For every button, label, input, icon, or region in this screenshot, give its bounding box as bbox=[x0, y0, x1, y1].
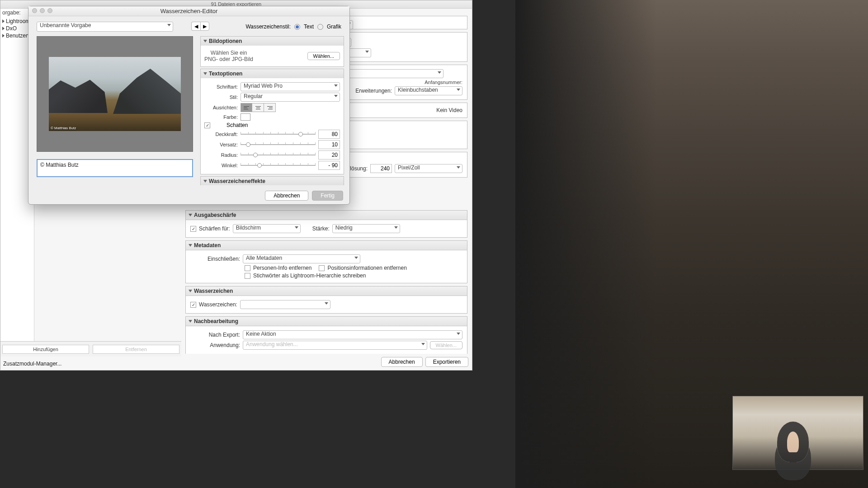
window-controls bbox=[32, 8, 52, 13]
preview-nav: ◀ ▶ bbox=[191, 22, 209, 31]
remove-person-checkbox[interactable] bbox=[245, 265, 250, 271]
add-preset-button[interactable]: Hinzufügen bbox=[2, 345, 89, 354]
align-center-button[interactable] bbox=[252, 103, 264, 112]
font-select[interactable]: Myriad Web Pro bbox=[241, 82, 340, 91]
close-icon[interactable] bbox=[32, 8, 37, 13]
align-left-button[interactable] bbox=[241, 103, 252, 112]
caret-down-icon bbox=[438, 71, 441, 74]
choose-image-button[interactable]: Wählen... bbox=[307, 52, 340, 60]
fontstyle-label: Stil: bbox=[204, 94, 238, 100]
mountain-shape bbox=[113, 69, 181, 114]
caret-down-icon bbox=[325, 302, 328, 305]
sharpen-checkbox[interactable] bbox=[190, 226, 196, 232]
opacity-slider[interactable] bbox=[241, 131, 316, 137]
zoom-icon[interactable] bbox=[47, 8, 52, 13]
sharpen-label: Schärfen für: bbox=[199, 225, 230, 232]
chevron-right-icon bbox=[2, 27, 5, 30]
panel-title: Nachbearbeitung bbox=[194, 318, 238, 324]
remove-location-checkbox[interactable] bbox=[319, 265, 325, 271]
align-center-icon bbox=[255, 106, 261, 109]
watermark-preset-select[interactable]: Unbenannte Vorgabe bbox=[37, 22, 173, 32]
webcam-overlay bbox=[732, 396, 863, 470]
section-title: Wasserzeicheneffekte bbox=[209, 178, 265, 184]
choose-app-button[interactable]: Wählen... bbox=[430, 341, 462, 349]
modal-title: Wasserzeichen-Editor bbox=[28, 6, 349, 16]
color-swatch[interactable] bbox=[241, 113, 250, 121]
resolution-input[interactable] bbox=[370, 164, 392, 173]
caret-down-icon bbox=[354, 257, 358, 259]
disclosure-icon[interactable] bbox=[189, 320, 192, 323]
disclosure-icon[interactable] bbox=[189, 214, 192, 216]
preview-image: © Matthias Butz bbox=[49, 57, 181, 131]
caret-down-icon bbox=[457, 166, 460, 169]
application-label: Anwendung: bbox=[190, 342, 240, 348]
input-value: © Matthias Butz bbox=[40, 162, 79, 168]
include-select[interactable]: Alle Metadaten bbox=[243, 254, 360, 263]
sharpen-panel: Ausgabeschärfe Schärfen für: Bildschirm … bbox=[185, 210, 467, 238]
offset-slider[interactable] bbox=[241, 141, 316, 148]
offset-label: Versatz: bbox=[204, 142, 238, 147]
opacity-input[interactable] bbox=[318, 130, 340, 139]
select-value: Myriad Web Pro bbox=[244, 83, 283, 89]
prev-button[interactable]: ◀ bbox=[191, 22, 200, 31]
angle-slider[interactable] bbox=[241, 162, 316, 169]
caret-down-icon bbox=[421, 343, 425, 345]
radius-slider[interactable] bbox=[241, 152, 316, 158]
select-value: Alle Metadaten bbox=[246, 255, 282, 261]
watermark-text-input[interactable]: © Matthias Butz bbox=[37, 159, 193, 177]
next-button[interactable]: ▶ bbox=[200, 22, 209, 31]
sidebar-item-label: DxO bbox=[6, 25, 17, 32]
select-value: Unbenannte Vorgabe bbox=[40, 22, 91, 28]
align-right-icon bbox=[267, 106, 273, 109]
modal-done-button[interactable]: Fertig bbox=[312, 191, 343, 201]
after-export-label: Nach Export: bbox=[190, 332, 240, 338]
opacity-label: Deckkraft: bbox=[204, 131, 238, 137]
style-text-radio[interactable] bbox=[294, 24, 300, 30]
fontstyle-select[interactable]: Regular bbox=[241, 93, 340, 102]
text-options-section: Textoptionen Schriftart: Myriad Web Pro … bbox=[200, 69, 344, 174]
disclosure-icon[interactable] bbox=[189, 290, 192, 292]
font-label: Schriftart: bbox=[204, 84, 238, 89]
disclosure-icon[interactable] bbox=[203, 180, 207, 183]
startnum-label: Anfangsnummer: bbox=[425, 80, 462, 85]
after-export-select[interactable]: Keine Aktion bbox=[243, 330, 462, 339]
panel-title: Ausgabeschärfe bbox=[194, 212, 236, 218]
offset-input[interactable] bbox=[318, 140, 340, 149]
image-options-section: Bildoptionen Wählen Sie ein PNG- oder JP… bbox=[200, 36, 344, 67]
minimize-icon[interactable] bbox=[40, 8, 45, 13]
ext-select[interactable]: Kleinbuchstaben bbox=[395, 86, 462, 95]
section-title: Bildoptionen bbox=[209, 38, 242, 44]
caret-down-icon bbox=[334, 95, 338, 97]
watermark-preview: © Matthias Butz bbox=[37, 36, 193, 152]
modal-cancel-button[interactable]: Abbrechen bbox=[265, 191, 308, 201]
select-value: Regular bbox=[244, 93, 263, 99]
angle-input[interactable] bbox=[318, 161, 340, 170]
export-cancel-button[interactable]: Abbrechen bbox=[381, 357, 423, 367]
color-label: Farbe: bbox=[204, 114, 238, 120]
watermark-checkbox[interactable] bbox=[190, 302, 196, 308]
align-right-button[interactable] bbox=[264, 103, 276, 112]
caret-down-icon bbox=[334, 84, 338, 87]
preset-buttons: Hinzufügen Entfernen bbox=[0, 341, 181, 357]
shadow-checkbox[interactable] bbox=[204, 122, 210, 128]
include-label: Einschließen: bbox=[190, 256, 240, 262]
disclosure-icon[interactable] bbox=[203, 40, 207, 42]
chevron-right-icon bbox=[2, 19, 5, 23]
panel-title: Metadaten bbox=[194, 242, 221, 249]
watermark-label: Wasserzeichen: bbox=[199, 301, 237, 308]
watermark-select[interactable] bbox=[240, 300, 330, 309]
keyword-hierarchy-checkbox[interactable] bbox=[245, 273, 250, 279]
radius-input[interactable] bbox=[318, 150, 340, 160]
align-segmented bbox=[241, 103, 276, 112]
disclosure-icon[interactable] bbox=[203, 72, 207, 75]
export-button[interactable]: Exportieren bbox=[425, 357, 468, 367]
disclosure-icon[interactable] bbox=[189, 244, 192, 247]
sharpen-for-select[interactable]: Bildschirm bbox=[233, 224, 301, 233]
resolution-unit-select[interactable]: Pixel/Zoll bbox=[395, 164, 462, 173]
application-select[interactable]: Anwendung wählen... bbox=[243, 341, 427, 350]
plugin-manager-link[interactable]: Zusatzmodul-Manager... bbox=[0, 357, 61, 370]
style-graphic-radio[interactable] bbox=[317, 24, 323, 30]
strength-select[interactable]: Niedrig bbox=[332, 224, 400, 233]
radio-label: Text bbox=[304, 23, 314, 30]
watermark-effects-section: Wasserzeicheneffekte bbox=[200, 176, 344, 185]
